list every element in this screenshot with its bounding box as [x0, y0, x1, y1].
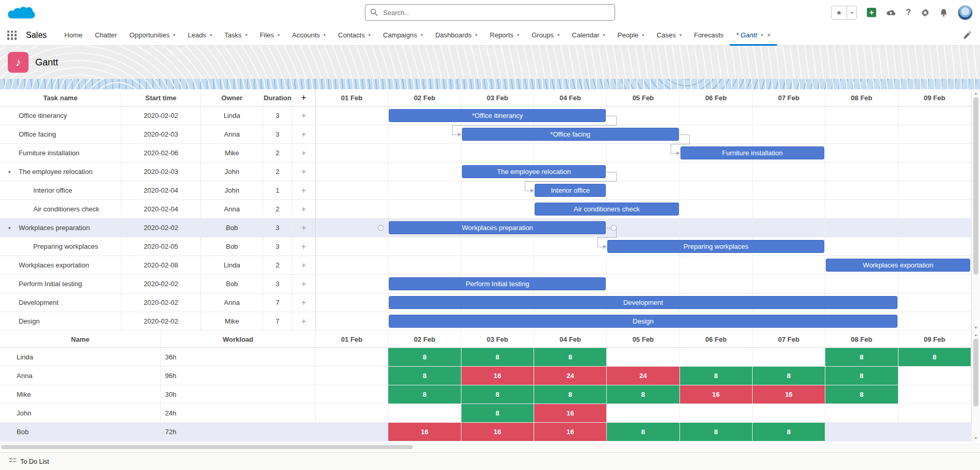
add-task-button[interactable]: +	[292, 181, 315, 199]
resource-row[interactable]: Mike30h888816168	[0, 385, 971, 404]
add-task-button[interactable]: +	[292, 125, 315, 143]
task-scroll-thumb[interactable]	[973, 97, 978, 275]
expand-caret-icon[interactable]: ▾	[8, 169, 11, 174]
tab-files[interactable]: Files▾	[253, 25, 285, 46]
resource-scroll-thumb[interactable]	[973, 339, 978, 407]
task-row[interactable]: Preparing workplaces2020-02-05Bob3+	[0, 237, 315, 256]
quick-add-button[interactable]: +	[867, 8, 876, 17]
tab-gantt[interactable]: * Gantt▾×	[730, 25, 777, 46]
add-task-button[interactable]: +	[292, 293, 315, 312]
setup-gear-icon[interactable]	[921, 8, 930, 17]
tab-calendar[interactable]: Calendar▾	[566, 25, 611, 46]
tab-chatter[interactable]: Chatter	[89, 25, 124, 46]
resource-row[interactable]: John24h816	[0, 404, 971, 423]
tab-groups[interactable]: Groups▾	[525, 25, 566, 46]
gantt-bar[interactable]: The employee relocation	[462, 165, 606, 178]
chevron-down-icon[interactable]: ▾	[369, 33, 371, 37]
chevron-down-icon[interactable]: ▾	[642, 33, 644, 37]
chevron-down-icon[interactable]: ▾	[517, 33, 519, 37]
add-task-button[interactable]: +	[292, 275, 315, 293]
resource-scroll-track[interactable]	[972, 338, 980, 435]
add-column-button[interactable]: +	[292, 89, 315, 106]
tab-dashboards[interactable]: Dashboards▾	[429, 25, 483, 46]
todo-list-button[interactable]: To Do List	[6, 453, 52, 470]
chevron-down-icon[interactable]: ▾	[278, 33, 280, 37]
gantt-bar[interactable]: *Office itinerancy	[389, 109, 606, 122]
scroll-up-arrow[interactable]: ▲	[974, 90, 978, 96]
chevron-down-icon[interactable]: ▾	[420, 33, 423, 37]
tab-opportunities[interactable]: Opportunities▾	[123, 25, 181, 46]
resource-scroll-up-arrow[interactable]: ▲	[974, 331, 978, 338]
task-row[interactable]: Air conditioners check2020-02-04Anna2+	[0, 200, 315, 219]
task-row[interactable]: Perform Initial testing2020-02-02Bob3+	[0, 275, 315, 293]
gantt-bar[interactable]: Interior office	[535, 184, 606, 197]
resource-scrollbar[interactable]: ▲ ▼	[971, 331, 980, 441]
tab-contacts[interactable]: Contacts▾	[332, 25, 376, 46]
task-row[interactable]: ▾Workplaces preparation2020-02-02Bob3+	[0, 219, 315, 237]
gantt-bar[interactable]: Development	[389, 296, 897, 309]
tab-leads[interactable]: Leads▾	[182, 25, 218, 46]
chevron-down-icon[interactable]: ▾	[557, 33, 560, 37]
expand-caret-icon[interactable]: ▾	[8, 225, 11, 231]
favorites-button[interactable]: ★ ▾	[831, 6, 857, 20]
scroll-down-arrow[interactable]: ▼	[974, 324, 978, 330]
task-row[interactable]: Workplaces exportation2020-02-08Linda2+	[0, 256, 315, 275]
resource-row[interactable]: Bob72h161616888	[0, 423, 971, 441]
chevron-down-icon[interactable]: ▾	[475, 33, 478, 37]
add-task-button[interactable]: +	[292, 256, 315, 274]
add-task-button[interactable]: +	[292, 200, 315, 218]
tab-people[interactable]: People▾	[611, 25, 651, 46]
task-row[interactable]: Office itinerancy2020-02-02Linda3+	[0, 106, 315, 125]
edit-pencil-icon[interactable]	[959, 31, 975, 39]
gantt-bar[interactable]: Design	[389, 315, 897, 328]
tab-tasks[interactable]: Tasks▾	[218, 25, 253, 46]
task-row[interactable]: ▾The employee relocation2020-02-03John2+	[0, 163, 315, 181]
horizontal-scroll-thumb[interactable]	[1, 445, 413, 449]
close-icon[interactable]: ×	[767, 31, 771, 39]
chevron-down-icon[interactable]: ▾	[603, 33, 605, 37]
help-icon[interactable]: ?	[906, 8, 911, 17]
resource-scroll-down-arrow[interactable]: ▼	[974, 435, 978, 441]
add-task-button[interactable]: +	[292, 312, 315, 330]
task-row[interactable]: Design2020-02-02Mike7+	[0, 312, 315, 331]
chevron-down-icon[interactable]: ▾	[761, 33, 763, 37]
gantt-bar[interactable]: Workplaces preparation	[389, 221, 606, 234]
chevron-down-icon[interactable]: ▾	[210, 33, 212, 37]
add-task-button[interactable]: +	[292, 163, 315, 181]
add-task-button[interactable]: +	[292, 106, 315, 125]
task-scrollbar[interactable]: ▲ ▼	[971, 89, 980, 331]
tab-campaigns[interactable]: Campaigns▾	[377, 25, 429, 46]
tab-home[interactable]: Home	[58, 25, 89, 46]
chevron-down-icon[interactable]: ▾	[323, 33, 325, 37]
horizontal-scrollbar[interactable]	[0, 444, 980, 450]
gantt-bar[interactable]: Furniture installation	[680, 146, 825, 159]
task-scroll-track[interactable]	[972, 96, 980, 324]
task-row[interactable]: Development2020-02-02Anna7+	[0, 293, 315, 312]
add-task-button[interactable]: +	[292, 219, 315, 237]
add-task-button[interactable]: +	[292, 144, 315, 162]
upload-cloud-icon[interactable]	[886, 9, 896, 17]
favorites-caret-icon[interactable]: ▾	[847, 6, 856, 19]
user-avatar[interactable]	[958, 5, 973, 20]
resource-row[interactable]: Anna96h8162424888	[0, 367, 971, 385]
search-input[interactable]	[365, 4, 615, 21]
tab-forecasts[interactable]: Forecasts	[688, 25, 730, 46]
task-row[interactable]: Office facing2020-02-03Anna3+	[0, 125, 315, 144]
global-search[interactable]	[365, 4, 615, 21]
task-row[interactable]: Furniture installation2020-02-06Mike2+	[0, 144, 315, 163]
chevron-down-icon[interactable]: ▾	[679, 33, 682, 37]
app-launcher-icon[interactable]	[7, 31, 17, 40]
tab-reports[interactable]: Reports▾	[484, 25, 526, 46]
gantt-bar[interactable]: Perform Initial testing	[389, 277, 606, 290]
chevron-down-icon[interactable]: ▾	[173, 33, 175, 37]
chevron-down-icon[interactable]: ▾	[245, 33, 247, 37]
tab-cases[interactable]: Cases▾	[650, 25, 688, 46]
gantt-bar[interactable]: Workplaces exportation	[826, 259, 970, 272]
resource-row[interactable]: Linda36h88888	[0, 348, 971, 367]
add-task-button[interactable]: +	[292, 237, 315, 256]
gantt-bar[interactable]: Air conditioners check	[535, 203, 679, 216]
notifications-bell-icon[interactable]	[940, 8, 948, 17]
tab-accounts[interactable]: Accounts▾	[286, 25, 332, 46]
gantt-bar[interactable]: *Office facing	[462, 128, 679, 141]
favorites-star-icon[interactable]: ★	[832, 9, 847, 17]
